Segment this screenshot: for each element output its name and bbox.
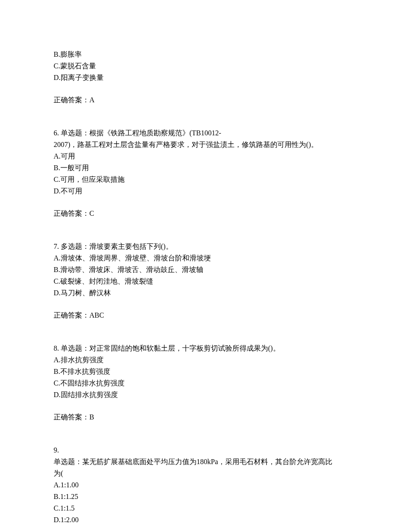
answer-text: 正确答案：C: [54, 208, 357, 219]
question-stem: 7. 多选题：滑坡要素主要包括下列()。: [54, 241, 357, 252]
question-type: 单选题：: [61, 344, 89, 352]
option-b: B.不排水抗剪强度: [54, 366, 357, 377]
option-b: B.1:1.25: [54, 491, 357, 502]
option-c: C.1:1.5: [54, 503, 357, 514]
option-d: D.马刀树、醉汉林: [54, 288, 357, 298]
stem-text: 对正常固结的饱和软黏土层，十字板剪切试验所得成果为()。: [89, 344, 280, 352]
answer-text: 正确答案：ABC: [54, 310, 357, 321]
option-b: B.滑动带、滑坡床、滑坡舌、滑动鼓丘、滑坡轴: [54, 264, 357, 275]
question-6: 6. 单选题：根据《铁路工程地质勘察规范》(TB10012- 2007)，路基工…: [54, 128, 357, 219]
question-number-line: 9.: [54, 445, 357, 456]
answer-text: 正确答案：A: [54, 95, 357, 105]
option-d: D.阳离子变换量: [54, 72, 357, 83]
option-a: A.1:1.00: [54, 480, 357, 490]
option-a: A.滑坡体、滑坡周界、滑坡壁、滑坡台阶和滑坡埂: [54, 253, 357, 264]
stem-text-1: 某无筋扩展基础底面处平均压力值为180kPa，采用毛石材料，其台阶允许宽高比: [82, 458, 332, 465]
option-a: A.排水抗剪强度: [54, 355, 357, 365]
option-d: D.1:2.00: [54, 515, 357, 525]
question-stem-line2: 为(: [54, 468, 357, 479]
option-b: B.膨胀率: [54, 49, 357, 60]
question-8: 8. 单选题：对正常固结的饱和软黏土层，十字板剪切试验所得成果为()。 A.排水…: [54, 343, 357, 423]
option-c: C.蒙脱石含量: [54, 61, 357, 71]
question-stem-line1: 单选题：某无筋扩展基础底面处平均压力值为180kPa，采用毛石材料，其台阶允许宽…: [54, 457, 357, 467]
question-stem: 8. 单选题：对正常固结的饱和软黏土层，十字板剪切试验所得成果为()。: [54, 343, 357, 354]
question-type: 多选题：: [61, 243, 89, 250]
question-7: 7. 多选题：滑坡要素主要包括下列()。 A.滑坡体、滑坡周界、滑坡壁、滑坡台阶…: [54, 241, 357, 321]
stem-text-1: 根据《铁路工程地质勘察规范》(TB10012-: [89, 129, 221, 137]
question-number: 8.: [54, 344, 59, 352]
question-stem-line2: 2007)，路基工程对土层含盐量有严格要求，对于强盐渍土，修筑路基的可用性为()…: [54, 139, 357, 150]
option-c: C.破裂缘、封闭洼地、滑坡裂缝: [54, 276, 357, 287]
question-type: 单选题：: [61, 129, 89, 137]
stem-text: 滑坡要素主要包括下列()。: [89, 243, 173, 250]
question-9: 9. 单选题：某无筋扩展基础底面处平均压力值为180kPa，采用毛石材料，其台阶…: [54, 445, 357, 532]
option-d: D.固结排水抗剪强度: [54, 390, 357, 400]
option-b: B.一般可用: [54, 163, 357, 173]
option-c: C.不固结排水抗剪强度: [54, 378, 357, 389]
option-d: D.不可用: [54, 186, 357, 197]
question-5-remainder: B.膨胀率 C.蒙脱石含量 D.阳离子变换量 正确答案：A: [54, 49, 357, 105]
option-c: C.可用，但应采取措施: [54, 174, 357, 185]
question-number: 6.: [54, 129, 59, 137]
option-a: A.可用: [54, 151, 357, 162]
answer-text: 正确答案：B: [54, 412, 357, 423]
question-number: 7.: [54, 243, 59, 250]
question-type: 单选题：: [54, 458, 82, 465]
question-stem-line1: 6. 单选题：根据《铁路工程地质勘察规范》(TB10012-: [54, 128, 357, 138]
